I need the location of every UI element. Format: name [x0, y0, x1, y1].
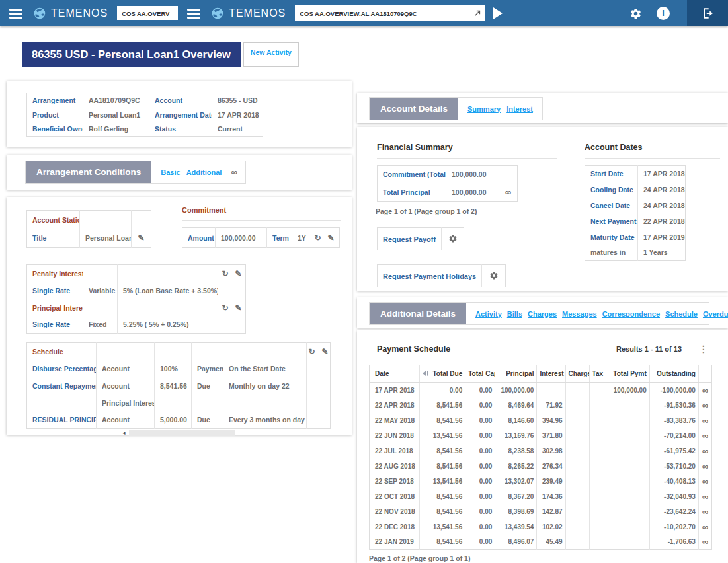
arrangement-conditions-header: Arrangement Conditions BasicAdditional ∞ [25, 161, 246, 184]
field-label: Account [149, 93, 212, 108]
cell-date: 22 JUL 2018 [370, 443, 420, 459]
logout-button[interactable] [687, 0, 728, 26]
column-header[interactable]: Total Due [428, 365, 465, 383]
refresh-icon[interactable]: ↻ [308, 347, 315, 356]
table-row: Total Principal 100,000.00 ∞ [378, 184, 518, 202]
view-details-icon[interactable]: ∞ [702, 476, 708, 486]
column-header[interactable]: Principal [495, 365, 537, 383]
view-details-icon[interactable]: ∞ [702, 492, 708, 502]
tab-link[interactable]: Additional [186, 169, 222, 176]
cell-outstanding: -70,214.00 [649, 428, 698, 443]
refresh-icon[interactable]: ↻ [222, 303, 228, 313]
view-details-icon[interactable]: ∞ [702, 537, 708, 546]
account-dates-table: Start Date 17 APR 2018 Cooling Date 24 A… [585, 165, 686, 261]
view-details-icon[interactable]: ∞ [702, 522, 708, 532]
edit-icon[interactable]: ✎ [235, 303, 242, 313]
edit-icon[interactable]: ✎ [322, 347, 329, 356]
cell-total-cap: 0.00 [465, 535, 495, 550]
view-details-icon[interactable]: ∞ [702, 461, 708, 471]
tab-link[interactable]: Messages [562, 310, 597, 318]
field-label: matures in [585, 245, 638, 261]
edit-icon[interactable]: ✎ [328, 233, 335, 243]
cell-tax [589, 383, 606, 398]
view-details-icon[interactable]: ∞ [702, 385, 708, 395]
cell-charge [565, 413, 589, 428]
field-value[interactable]: Rolf Gerling [83, 122, 149, 137]
gear-icon[interactable] [448, 234, 458, 243]
table-row: Constant Repayment Account 8,541.56 Due … [27, 377, 331, 394]
view-details-icon[interactable]: ∞ [505, 187, 511, 197]
cell-total-due: 8,541.56 [428, 443, 465, 459]
tab-link[interactable]: Charges [528, 310, 557, 318]
cell-total-cap: 0.00 [465, 413, 495, 428]
column-header[interactable]: Date [370, 365, 420, 383]
tab-link[interactable]: Bills [507, 310, 522, 318]
financial-summary-table: Commitment (Total) 100,000.00 Total Prin… [377, 165, 518, 202]
view-details-icon[interactable]: ∞ [231, 167, 237, 177]
command-input-small[interactable] [117, 6, 178, 20]
column-header[interactable]: Outstanding [649, 365, 698, 383]
view-details-icon[interactable]: ∞ [702, 400, 708, 410]
view-details-icon[interactable]: ∞ [702, 431, 708, 441]
gear-icon[interactable] [489, 271, 499, 280]
field-value[interactable]: 17 APR 2018 [212, 108, 263, 122]
field-label: Product [27, 108, 83, 122]
more-options-icon[interactable]: ⋮ [699, 344, 708, 354]
request-payment-holidays-button[interactable]: Request Payment Holidays [377, 264, 506, 287]
financial-summary-block: Financial Summary Commitment (Total) 100… [377, 143, 557, 215]
request-payoff-button[interactable]: Request Payoff [377, 227, 464, 250]
tab-link[interactable]: Overdue [703, 310, 728, 318]
column-header[interactable]: Total Pymt [606, 365, 649, 383]
column-header[interactable]: Total Cap [465, 365, 495, 383]
settings-icon[interactable] [629, 7, 642, 20]
menu-icon-2[interactable] [187, 9, 200, 19]
cell-total-pymt [606, 519, 649, 535]
cell-total-due: 8,541.56 [428, 489, 465, 504]
refresh-icon[interactable]: ↻ [222, 269, 228, 278]
column-header[interactable]: Interest [537, 365, 565, 383]
launch-icon[interactable] [473, 9, 482, 18]
edit-icon[interactable]: ✎ [138, 233, 144, 243]
request-payoff-label[interactable]: Request Payoff [383, 235, 436, 243]
field-value[interactable]: Current [212, 122, 263, 137]
horizontal-scrollbar[interactable]: ◂ [122, 430, 235, 436]
edit-icon[interactable]: ✎ [235, 269, 242, 278]
command-input-main[interactable] [295, 5, 485, 21]
field-value[interactable]: 86355 - USD [212, 93, 263, 108]
request-payment-holidays-label[interactable]: Request Payment Holidays [383, 272, 476, 280]
field-value: Account [97, 377, 155, 394]
tab-link[interactable]: Summary [467, 105, 501, 113]
tab-link[interactable]: Correspondence [602, 310, 660, 318]
field-label: Status [149, 122, 212, 137]
conditions-detail-card: Account Static Title Personal Loan ✎ Com… [7, 197, 352, 435]
cell-interest: 371.80 [537, 428, 565, 443]
menu-icon[interactable] [9, 9, 22, 19]
column-header[interactable]: Tax [589, 365, 606, 383]
refresh-icon[interactable]: ↻ [314, 233, 321, 243]
field-value: Due [192, 412, 223, 429]
field-value: 100,000.00 [446, 166, 499, 184]
field-value[interactable]: AA1810709Q9C [83, 93, 149, 108]
arrangement-info-table: Arrangement AA1810709Q9C Account 86355 -… [26, 93, 263, 137]
tab-link[interactable]: Schedule [665, 310, 698, 318]
results-count: Results 1 - 11 of 13 [616, 345, 682, 353]
tab-link[interactable]: Activity [475, 310, 502, 318]
new-activity-link[interactable]: New Activity [243, 42, 299, 67]
field-value[interactable]: Personal Loan1 [83, 108, 149, 122]
scroll-left-icon[interactable]: ◂ [122, 430, 126, 436]
account-dates-title: Account Dates [585, 143, 720, 152]
info-icon[interactable]: i [657, 7, 670, 20]
field-label: Single Rate [27, 282, 83, 299]
account-dates-block: Account Dates Start Date 17 APR 2018 Coo… [585, 143, 720, 261]
scrollbar-track[interactable] [129, 430, 235, 436]
column-header[interactable]: Charge [565, 365, 589, 383]
view-details-icon[interactable]: ∞ [702, 507, 708, 517]
cell-tax [589, 398, 606, 413]
run-button[interactable] [493, 7, 503, 19]
cell-outstanding: -61,975.42 [649, 443, 698, 459]
view-details-icon[interactable]: ∞ [702, 446, 708, 456]
sort-icon[interactable] [423, 371, 428, 376]
view-details-icon[interactable]: ∞ [702, 416, 708, 426]
tab-link[interactable]: Interest [506, 105, 533, 113]
tab-link[interactable]: Basic [161, 169, 180, 176]
